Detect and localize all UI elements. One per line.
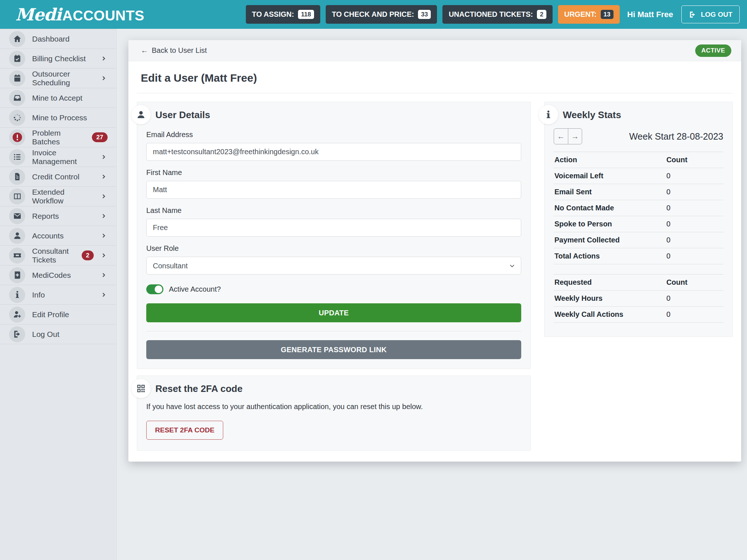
- user-icon: [9, 228, 25, 244]
- card-body: Edit a User (Matt Free) User Details Ema…: [128, 72, 741, 451]
- sidebar-item-outsourcer-scheduling[interactable]: Outsourcer Scheduling: [0, 69, 116, 88]
- actions-table-header-count: Count: [666, 152, 723, 168]
- sidebar-item-label: Log Out: [32, 330, 59, 339]
- user-details-panel: User Details Email Address First Name La…: [137, 102, 531, 369]
- chevron-right-icon: [101, 75, 108, 82]
- sidebar-item-info[interactable]: Info: [0, 285, 116, 305]
- sidebar-item-invoice-management[interactable]: Invoice Management: [0, 147, 116, 167]
- previous-week-button[interactable]: ←: [554, 129, 568, 144]
- sidebar: DashboardBilling ChecklistOutsourcer Sch…: [0, 29, 117, 560]
- sidebar-item-credit-control[interactable]: Credit Control: [0, 167, 116, 187]
- reset-2fa-button[interactable]: RESET 2FA CODE: [146, 421, 223, 440]
- reset-2fa-title: Reset the 2FA code: [155, 383, 243, 394]
- title-divider: [137, 93, 733, 93]
- page-title: Edit a User (Matt Free): [141, 72, 733, 84]
- requested-table-header-requested: Requested: [554, 275, 666, 291]
- sidebar-item-label: Dashboard: [32, 35, 70, 43]
- chevron-right-icon: [101, 213, 108, 219]
- sidebar-item-consultant-tickets[interactable]: Consultant Tickets2: [0, 246, 116, 265]
- counter-to-assign[interactable]: TO ASSIGN:118: [246, 5, 320, 24]
- chevron-right-icon: [101, 291, 108, 298]
- counter-urgent[interactable]: URGENT:13: [558, 5, 620, 24]
- user-greeting: Hi Matt Free: [627, 10, 673, 19]
- stats-row-count: 0: [666, 184, 723, 200]
- last-name-input[interactable]: [146, 219, 521, 237]
- sidebar-item-log-out[interactable]: Log Out: [0, 324, 116, 344]
- alert-circle-icon: [9, 129, 25, 145]
- main-area: ← Back to User List ACTIVE Edit a User (…: [117, 29, 747, 560]
- email-field-group: Email Address: [146, 131, 521, 161]
- sidebar-item-label: Problem Batches: [32, 129, 84, 146]
- sidebar-item-reports[interactable]: Reports: [0, 206, 116, 226]
- sidebar-item-label: Accounts: [32, 232, 63, 240]
- user-icon: [131, 105, 151, 124]
- chevron-right-icon: [101, 55, 108, 62]
- counter-count-badge: 13: [601, 10, 614, 19]
- sidebar-item-extended-workflow[interactable]: Extended Workflow: [0, 187, 116, 206]
- last-name-field-group: Last Name: [146, 206, 521, 237]
- sidebar-item-label: Edit Profile: [32, 310, 69, 319]
- stats-row-total-actions: Total Actions0: [554, 248, 723, 264]
- sidebar-item-mine-to-process[interactable]: Mine to Process: [0, 108, 116, 128]
- weekly-stats-header: Weekly Stats: [554, 107, 723, 123]
- sidebar-count-badge: 2: [82, 250, 94, 260]
- app-logo[interactable]: Medi ACCOUNTS: [15, 5, 144, 24]
- topbar-actions: TO ASSIGN:118TO CHECK AND PRICE:33UNACTI…: [246, 5, 740, 24]
- header-counters: TO ASSIGN:118TO CHECK AND PRICE:33UNACTI…: [246, 5, 620, 24]
- sidebar-item-billing-checklist[interactable]: Billing Checklist: [0, 49, 116, 69]
- generate-password-link-button[interactable]: GENERATE PASSWORD LINK: [146, 340, 521, 359]
- back-to-user-list-link[interactable]: ← Back to User List: [141, 46, 207, 55]
- sidebar-item-medicodes[interactable]: MediCodes: [0, 265, 116, 285]
- sidebar-item-accounts[interactable]: Accounts: [0, 226, 116, 246]
- first-name-label: First Name: [146, 168, 521, 177]
- sidebar-count-badge: 27: [92, 132, 108, 142]
- stats-row-count: 0: [666, 200, 723, 216]
- sidebar-item-edit-profile[interactable]: Edit Profile: [0, 305, 116, 324]
- update-button[interactable]: UPDATE: [146, 303, 521, 322]
- sidebar-item-problem-batches[interactable]: Problem Batches27: [0, 128, 116, 147]
- chevron-right-icon: [101, 252, 108, 259]
- chevron-right-icon: [101, 153, 108, 160]
- week-navigation: ← → Week Start 28-08-2023: [554, 128, 723, 144]
- sidebar-item-label: MediCodes: [32, 271, 71, 280]
- first-name-input[interactable]: [146, 181, 521, 199]
- list-icon: [9, 149, 25, 165]
- chevron-right-icon: [101, 272, 108, 279]
- counter-to-check-and-price[interactable]: TO CHECK AND PRICE:33: [326, 5, 437, 24]
- user-details-title: User Details: [155, 109, 210, 121]
- stats-row-count: 0: [666, 307, 723, 323]
- email-input[interactable]: [146, 143, 521, 161]
- logo-medi-text: Medi: [15, 5, 61, 24]
- counter-label: TO CHECK AND PRICE:: [332, 10, 414, 19]
- stats-row-label: Spoke to Person: [554, 216, 666, 232]
- counter-unactioned-tickets[interactable]: UNACTIONED TICKETS:2: [442, 5, 553, 24]
- card-header-strip: ← Back to User List ACTIVE: [128, 40, 741, 61]
- requested-table: Requested Count Weekly Hours0Weekly Call…: [554, 274, 723, 323]
- stats-row-count: 0: [666, 248, 723, 264]
- sidebar-item-dashboard[interactable]: Dashboard: [0, 29, 116, 49]
- user-role-select[interactable]: Consultant: [146, 257, 521, 275]
- chevron-right-icon: [101, 232, 108, 239]
- sidebar-item-label: Credit Control: [32, 172, 80, 181]
- stats-row-no-contact-made: No Contact Made0: [554, 200, 723, 216]
- user-gear-icon: [9, 307, 25, 323]
- calendar-icon: [9, 70, 25, 86]
- next-week-button[interactable]: →: [568, 129, 582, 144]
- active-account-label: Active Account?: [169, 285, 221, 293]
- active-account-toggle[interactable]: [146, 284, 163, 294]
- actions-table: Action Count Voicemail Left0Email Sent0N…: [554, 152, 723, 264]
- reset-2fa-header: Reset the 2FA code: [146, 381, 521, 397]
- logout-button[interactable]: LOG OUT: [681, 5, 740, 23]
- active-account-row: Active Account?: [146, 284, 521, 294]
- sidebar-item-label: Consultant Tickets: [32, 247, 74, 264]
- info-icon: [9, 287, 25, 303]
- calendar-check-icon: [9, 51, 25, 67]
- sidebar-item-mine-to-accept[interactable]: Mine to Accept: [0, 88, 116, 108]
- stats-row-weekly-call-actions: Weekly Call Actions0: [554, 307, 723, 323]
- back-arrow-icon: ←: [141, 46, 148, 55]
- email-label: Email Address: [146, 131, 521, 139]
- stats-row-payment-collected: Payment Collected0: [554, 232, 723, 248]
- weekly-stats-panel: Weekly Stats ← → Week Start 28-08-2023 A…: [544, 102, 733, 337]
- envelope-icon: [9, 208, 25, 224]
- stats-row-spoke-to-person: Spoke to Person0: [554, 216, 723, 232]
